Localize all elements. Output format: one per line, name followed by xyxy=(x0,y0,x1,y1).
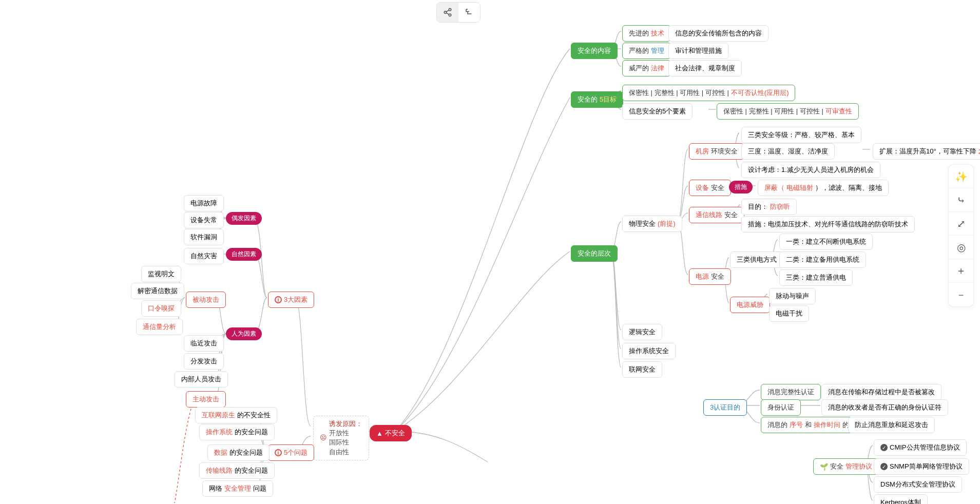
auth2-node[interactable]: 身份认证 xyxy=(761,399,801,416)
factors3-label: 3大因素 xyxy=(284,295,308,304)
room-l2-ext-node[interactable]: 扩展：温度升高10°，可靠性下降25%。 xyxy=(873,143,980,160)
power-m3-node[interactable]: 三类：建立普通供电 xyxy=(779,269,853,286)
sparkle-icon: ✨ xyxy=(955,170,968,183)
power-fault-label: 电源故障 xyxy=(190,199,217,208)
insider-attack-node[interactable]: 内部人员攻击 xyxy=(175,371,228,387)
p4-node[interactable]: 传输线路的安全问题 xyxy=(199,462,275,479)
device-abnormal-label: 设备失常 xyxy=(190,216,217,225)
mindmap-view-button[interactable] xyxy=(437,3,458,22)
mp4-node[interactable]: Kerberos体制 xyxy=(874,494,928,504)
device-abnormal-node[interactable]: 设备失常 xyxy=(184,212,224,228)
net-node[interactable]: 联网安全 xyxy=(622,361,662,378)
fit-icon: ⤢ xyxy=(957,218,966,230)
accidental-label: 偶发因素 xyxy=(232,214,256,223)
zoom-in-button[interactable]: ＋ xyxy=(949,259,973,283)
check-icon: ✓ xyxy=(880,463,888,470)
auth3-note-node[interactable]: 防止消息重放和延迟攻击 xyxy=(848,417,935,433)
p1-node[interactable]: 互联网原生的不安全性 xyxy=(195,407,277,423)
goal1-node[interactable]: 保密性 | 完整性 | 可用性 | 可控性 | 不可否认性(应用层) xyxy=(622,85,795,101)
traffic-analysis-node[interactable]: 通信量分析 xyxy=(136,319,183,335)
human-node[interactable]: 人为因素 xyxy=(226,327,262,340)
auth1-node[interactable]: 消息完整性认证 xyxy=(761,384,821,400)
zoom-out-button[interactable]: － xyxy=(949,283,973,306)
power-threat-node[interactable]: 电源威胁 xyxy=(730,297,770,313)
c1-node[interactable]: 先进的技术 xyxy=(622,25,671,42)
goals-title-node[interactable]: 安全的5目标 xyxy=(571,91,623,108)
face-icon: ☹ xyxy=(320,433,327,442)
room-l1-node[interactable]: 三类安全等级：严格、较严格、基本 xyxy=(741,127,861,143)
warning-icon: ▲ xyxy=(376,430,383,437)
p3-node[interactable]: 数据的安全问题 xyxy=(207,444,270,461)
p5-node[interactable]: 网络安全管理问题 xyxy=(202,480,273,497)
layers-title-node[interactable]: 安全的层次 xyxy=(571,245,618,262)
c1-note-node[interactable]: 信息的安全传输所包含的内容 xyxy=(668,25,768,42)
problems5-label: 5个问题 xyxy=(284,448,308,457)
power-t1-node[interactable]: 脉动与噪声 xyxy=(769,288,816,304)
decrypt-comm-label: 解密通信数据 xyxy=(138,286,178,296)
ai-tool-button[interactable]: ✨ xyxy=(949,165,973,188)
mgmt-proto-node[interactable]: 🌱 安全管理协议 xyxy=(813,458,879,475)
target-icon: ◎ xyxy=(957,241,966,254)
passive-attack-node[interactable]: 被动攻击 xyxy=(186,292,226,308)
line-goal-node[interactable]: 目的：防窃听 xyxy=(741,199,797,215)
power-m1-node[interactable]: 一类：建立不间断供电系统 xyxy=(779,234,873,250)
active-attack-node[interactable]: 主动攻击 xyxy=(186,391,226,408)
branch-icon: ⤷ xyxy=(957,194,966,206)
power-node[interactable]: 电源安全 xyxy=(689,268,731,285)
accidental-node[interactable]: 偶发因素 xyxy=(226,212,262,225)
equip-measure-node[interactable]: 措施 xyxy=(729,181,753,193)
recenter-tool-button[interactable]: ◎ xyxy=(949,236,973,259)
software-vuln-node[interactable]: 软件漏洞 xyxy=(184,229,224,245)
phys-node[interactable]: 物理安全 (前提) xyxy=(622,216,682,232)
mp1-node[interactable]: ✓CMIP公共管理信息协议 xyxy=(874,439,967,456)
auth2-note-node[interactable]: 消息的收发者是否有正确的身份认证符 xyxy=(821,399,948,416)
content-title-node[interactable]: 安全的内容 xyxy=(571,43,618,59)
dist-attack-node[interactable]: 分发攻击 xyxy=(184,353,224,370)
monitor-plain-node[interactable]: 监视明文 xyxy=(141,266,181,282)
commline-node[interactable]: 通信线路安全 xyxy=(689,207,744,223)
auth3-node[interactable]: 3认证目的 xyxy=(703,399,747,416)
pwd-sniff-node[interactable]: 口令嗅探 xyxy=(141,300,181,317)
proximity-attack-node[interactable]: 临近攻击 xyxy=(184,335,224,352)
os-node[interactable]: 操作系统安全 xyxy=(622,343,676,359)
c2-note-node[interactable]: 审计和管理措施 xyxy=(668,43,728,59)
logic-node[interactable]: 逻辑安全 xyxy=(622,324,662,340)
reason-box[interactable]: ☹ 诱发原因： 开放性 国际性 自由性 xyxy=(313,416,369,460)
plant-icon: 🌱 xyxy=(820,463,828,471)
goal2-node[interactable]: 保密性 | 完整性 | 可用性 | 可控性 | 可审查性 xyxy=(717,103,859,120)
power-modes-node[interactable]: 三类供电方式 xyxy=(730,251,783,268)
equip-node[interactable]: 设备安全 xyxy=(689,180,731,196)
c3-node[interactable]: 威严的法律 xyxy=(622,60,671,76)
svg-point-1 xyxy=(444,11,447,14)
reason-l2: 国际性 xyxy=(329,438,362,447)
power-t2-node[interactable]: 电磁干扰 xyxy=(769,305,809,322)
monitor-plain-label: 监视明文 xyxy=(148,269,175,279)
p2-node[interactable]: 操作系统的安全问题 xyxy=(199,424,275,440)
room-l2-node[interactable]: 三度：温度、湿度、洁净度 xyxy=(741,143,835,160)
line-measure-node[interactable]: 措施：电缆加压技术、对光纤等通信线路的防窃听技术 xyxy=(741,216,915,232)
mp2-node[interactable]: ✓SNMP简单网络管理协议 xyxy=(874,458,969,475)
c3-note-node[interactable]: 社会法律、规章制度 xyxy=(668,60,742,76)
central-node[interactable]: ▲ 不安全 xyxy=(370,425,412,441)
branch-tool-button[interactable]: ⤷ xyxy=(949,188,973,212)
outline-view-button[interactable] xyxy=(458,3,480,22)
factors3-node[interactable]: i 3大因素 xyxy=(268,292,314,308)
power-m2-node[interactable]: 二类：建立备用供电系统 xyxy=(779,251,866,268)
natural-node[interactable]: 自然因素 xyxy=(226,248,262,261)
equip-detail-node[interactable]: 屏蔽（电磁辐射），滤波、隔离、接地 xyxy=(758,180,889,196)
fit-tool-button[interactable]: ⤢ xyxy=(949,212,973,236)
decrypt-comm-node[interactable]: 解密通信数据 xyxy=(131,283,184,299)
power-fault-node[interactable]: 电源故障 xyxy=(184,195,224,211)
insider-attack-label: 内部人员攻击 xyxy=(181,375,221,384)
view-toggle[interactable] xyxy=(436,2,481,23)
goal2-label-node[interactable]: 信息安全的5个要素 xyxy=(622,103,693,120)
right-toolbar: ✨ ⤷ ⤢ ◎ ＋ － xyxy=(948,164,974,307)
room-node[interactable]: 机房环境安全 xyxy=(689,143,744,160)
c2-node[interactable]: 严格的管理 xyxy=(622,43,671,59)
pwd-sniff-label: 口令嗅探 xyxy=(148,304,175,313)
room-l3-node[interactable]: 设计考虑：1.减少无关人员进入机房的机会 xyxy=(741,162,880,178)
auth1-note-node[interactable]: 消息在传输和存储过程中是否被篡改 xyxy=(821,384,941,400)
mp3-node[interactable]: DSM分布式安全管理协议 xyxy=(874,476,962,493)
natural-disaster-node[interactable]: 自然灾害 xyxy=(184,248,224,264)
problems5-node[interactable]: i 5个问题 xyxy=(268,444,314,461)
